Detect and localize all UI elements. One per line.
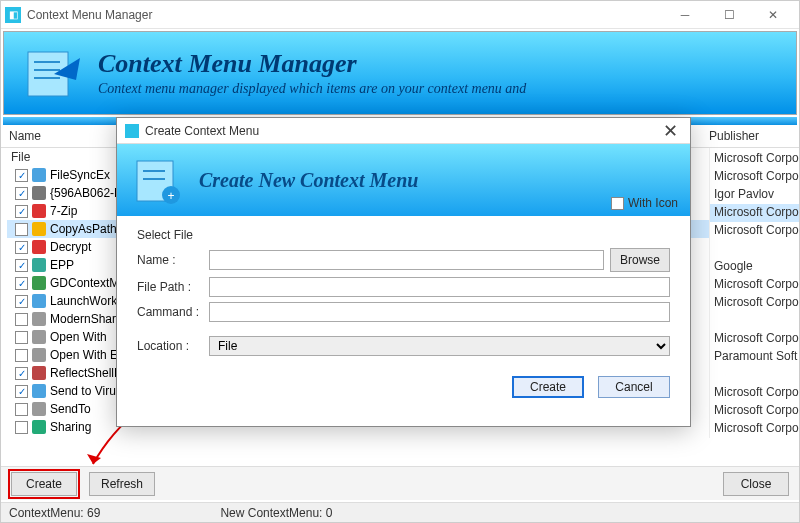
command-label: Cammand : bbox=[137, 305, 203, 319]
item-icon bbox=[32, 402, 46, 416]
minimize-button[interactable]: ─ bbox=[663, 2, 707, 28]
item-icon bbox=[32, 294, 46, 308]
app-icon: ◧ bbox=[5, 7, 21, 23]
create-button[interactable]: Create bbox=[11, 472, 77, 496]
publisher-cell: Microsoft Corpo bbox=[710, 150, 799, 168]
checkbox-icon[interactable]: ✓ bbox=[15, 241, 28, 254]
dialog-create-button[interactable]: Create bbox=[512, 376, 584, 398]
banner-subtitle: Context menu manager displayed which ite… bbox=[98, 81, 526, 97]
checkbox-icon[interactable]: ✓ bbox=[15, 385, 28, 398]
item-icon bbox=[32, 330, 46, 344]
item-icon bbox=[32, 240, 46, 254]
dialog-banner: + Create New Context Menu With Icon bbox=[117, 144, 690, 216]
dialog-app-icon bbox=[125, 124, 139, 138]
publisher-cell: Microsoft Corpo bbox=[710, 276, 799, 294]
item-icon bbox=[32, 258, 46, 272]
item-icon bbox=[32, 384, 46, 398]
svg-marker-5 bbox=[87, 454, 101, 464]
publisher-cell: Microsoft Corpo bbox=[710, 168, 799, 186]
checkbox-icon[interactable]: ✓ bbox=[15, 187, 28, 200]
browse-button[interactable]: Browse bbox=[610, 248, 670, 272]
command-input[interactable] bbox=[209, 302, 670, 322]
dialog-banner-icon: + bbox=[131, 155, 187, 205]
publisher-cell: Microsoft Corpo bbox=[710, 294, 799, 312]
dialog-titlebar: Create Context Menu ✕ bbox=[117, 118, 690, 144]
filepath-label: File Path : bbox=[137, 280, 203, 294]
publisher-cell: Igor Pavlov bbox=[710, 186, 799, 204]
dialog-title: Create Context Menu bbox=[145, 124, 259, 138]
name-input[interactable] bbox=[209, 250, 604, 270]
publisher-cell: Microsoft Corpo bbox=[710, 222, 799, 240]
publisher-cell bbox=[710, 366, 799, 384]
publisher-column: Microsoft CorpoMicrosoft CorpoIgor Pavlo… bbox=[709, 148, 799, 438]
banner-title: Context Menu Manager bbox=[98, 49, 526, 79]
status-bar: ContextMenu: 69 New ContextMenu: 0 bbox=[1, 502, 799, 522]
refresh-button[interactable]: Refresh bbox=[89, 472, 155, 496]
item-icon bbox=[32, 312, 46, 326]
publisher-cell: Microsoft Corpo bbox=[710, 420, 799, 438]
checkbox-icon[interactable]: ✓ bbox=[15, 169, 28, 182]
checkbox-icon[interactable]: ✓ bbox=[15, 367, 28, 380]
with-icon-checkbox[interactable]: With Icon bbox=[611, 196, 678, 210]
checkbox-icon[interactable] bbox=[15, 331, 28, 344]
item-label: EPP bbox=[50, 258, 74, 272]
item-label: FileSyncEx bbox=[50, 168, 110, 182]
banner-icon bbox=[24, 46, 84, 100]
publisher-cell bbox=[710, 240, 799, 258]
dialog-close-icon[interactable]: ✕ bbox=[659, 120, 682, 142]
publisher-cell bbox=[710, 312, 799, 330]
filepath-input[interactable] bbox=[209, 277, 670, 297]
maximize-button[interactable]: ☐ bbox=[707, 2, 751, 28]
checkbox-icon[interactable] bbox=[15, 349, 28, 362]
header-banner: Context Menu Manager Context menu manage… bbox=[3, 31, 797, 115]
item-label: 7-Zip bbox=[50, 204, 77, 218]
item-label: Open With bbox=[50, 330, 107, 344]
item-icon bbox=[32, 186, 46, 200]
checkbox-icon[interactable]: ✓ bbox=[15, 205, 28, 218]
checkbox-icon[interactable]: ✓ bbox=[15, 259, 28, 272]
column-publisher[interactable]: Publisher bbox=[709, 129, 759, 143]
status-right: New ContextMenu: 0 bbox=[220, 506, 332, 520]
create-dialog: Create Context Menu ✕ + Create New Conte… bbox=[116, 117, 691, 427]
publisher-cell: Microsoft Corpo bbox=[710, 402, 799, 420]
svg-text:+: + bbox=[167, 189, 174, 203]
checkbox-icon[interactable]: ✓ bbox=[15, 277, 28, 290]
item-label: Decrypt bbox=[50, 240, 91, 254]
publisher-cell: Paramount Soft bbox=[710, 348, 799, 366]
checkbox-icon[interactable] bbox=[15, 421, 28, 434]
item-icon bbox=[32, 222, 46, 236]
close-window-button[interactable]: ✕ bbox=[751, 2, 795, 28]
section-select-file: Select File bbox=[137, 228, 670, 242]
item-icon bbox=[32, 366, 46, 380]
item-label: SendTo bbox=[50, 402, 91, 416]
publisher-cell: Google bbox=[710, 258, 799, 276]
button-bar: Create Refresh Close bbox=[1, 466, 799, 500]
location-select[interactable]: File bbox=[209, 336, 670, 356]
checkbox-icon[interactable] bbox=[15, 313, 28, 326]
dialog-cancel-button[interactable]: Cancel bbox=[598, 376, 670, 398]
window-title: Context Menu Manager bbox=[27, 8, 152, 22]
checkbox-icon[interactable] bbox=[15, 223, 28, 236]
window-titlebar: ◧ Context Menu Manager ─ ☐ ✕ bbox=[1, 1, 799, 29]
item-icon bbox=[32, 276, 46, 290]
publisher-cell: Microsoft Corpo bbox=[710, 330, 799, 348]
item-icon bbox=[32, 348, 46, 362]
checkbox-icon[interactable]: ✓ bbox=[15, 295, 28, 308]
list-item[interactable]: StartMenu Pin bbox=[7, 436, 799, 438]
item-icon bbox=[32, 204, 46, 218]
item-label: Sharing bbox=[50, 420, 91, 434]
location-label: Location : bbox=[137, 339, 203, 353]
checkbox-icon[interactable] bbox=[15, 403, 28, 416]
status-left: ContextMenu: 69 bbox=[9, 506, 100, 520]
close-button[interactable]: Close bbox=[723, 472, 789, 496]
publisher-cell: Microsoft Corpo bbox=[710, 384, 799, 402]
publisher-cell: Microsoft Corpo bbox=[710, 204, 799, 222]
name-label: Name : bbox=[137, 253, 203, 267]
item-icon bbox=[32, 168, 46, 182]
dialog-heading: Create New Context Menu bbox=[199, 169, 418, 192]
item-icon bbox=[32, 420, 46, 434]
